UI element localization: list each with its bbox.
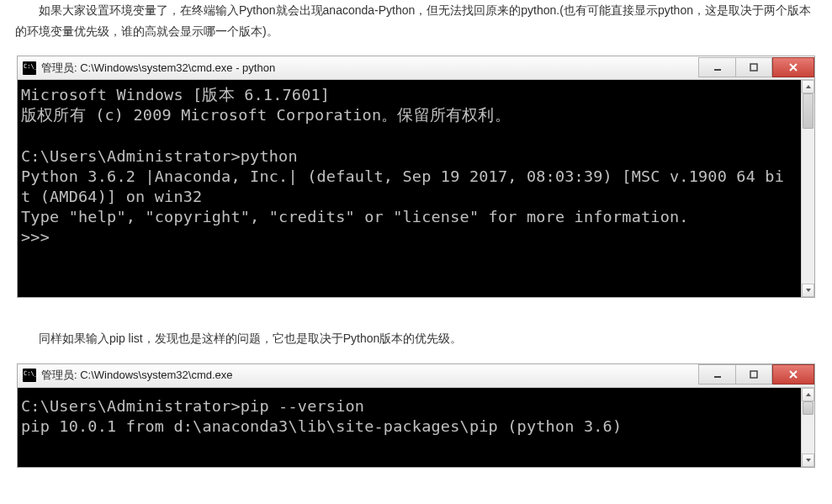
- svg-rect-0: [714, 69, 721, 71]
- body-paragraph-2: 同样如果输入pip list，发现也是这样的问题，它也是取决于Python版本的…: [15, 328, 817, 349]
- minimize-icon: [713, 63, 722, 72]
- maximize-button[interactable]: [735, 57, 772, 77]
- svg-rect-2: [714, 376, 721, 378]
- window-controls: [698, 366, 814, 385]
- maximize-button[interactable]: [735, 364, 772, 385]
- minimize-button[interactable]: [698, 57, 735, 77]
- maximize-icon: [750, 370, 758, 379]
- scrollbar[interactable]: [801, 80, 814, 297]
- scroll-thumb[interactable]: [803, 93, 813, 129]
- window-controls: [698, 59, 814, 77]
- scroll-up-button[interactable]: [802, 80, 814, 93]
- terminal-output: C:\Users\Administrator>pip --version pip…: [18, 388, 801, 467]
- titlebar[interactable]: 管理员: C:\Windows\system32\cmd.exe: [18, 364, 814, 388]
- scroll-thumb[interactable]: [803, 401, 813, 415]
- chevron-up-icon: [805, 392, 812, 397]
- chevron-up-icon: [805, 84, 812, 89]
- titlebar[interactable]: 管理员: C:\Windows\system32\cmd.exe - pytho…: [18, 56, 814, 80]
- terminal-window-1: 管理员: C:\Windows\system32\cmd.exe - pytho…: [17, 56, 815, 298]
- body-paragraph-1: 如果大家设置环境变量了，在终端输入Python就会出现anaconda-Pyth…: [15, 0, 817, 42]
- scroll-track[interactable]: [802, 93, 814, 284]
- scroll-down-button[interactable]: [802, 454, 814, 467]
- window-title: 管理员: C:\Windows\system32\cmd.exe - pytho…: [41, 61, 698, 76]
- maximize-icon: [750, 63, 758, 72]
- close-icon: [788, 369, 798, 379]
- terminal-window-2: 管理员: C:\Windows\system32\cmd.exe C:\User…: [17, 363, 815, 468]
- svg-rect-1: [750, 64, 757, 71]
- chevron-down-icon: [805, 458, 812, 463]
- close-icon: [788, 62, 798, 72]
- svg-rect-3: [750, 371, 757, 378]
- window-title: 管理员: C:\Windows\system32\cmd.exe: [41, 368, 698, 383]
- cmd-icon: [23, 61, 36, 75]
- chevron-down-icon: [805, 288, 812, 293]
- scroll-up-button[interactable]: [802, 388, 814, 401]
- cmd-icon: [23, 369, 36, 382]
- minimize-button[interactable]: [698, 364, 735, 385]
- close-button[interactable]: [772, 364, 814, 385]
- close-button[interactable]: [772, 57, 814, 77]
- terminal-output: Microsoft Windows [版本 6.1.7601] 版权所有 (c)…: [18, 80, 801, 297]
- scroll-down-button[interactable]: [802, 284, 814, 297]
- scroll-track[interactable]: [802, 401, 814, 454]
- scrollbar[interactable]: [801, 388, 814, 467]
- minimize-icon: [713, 370, 722, 379]
